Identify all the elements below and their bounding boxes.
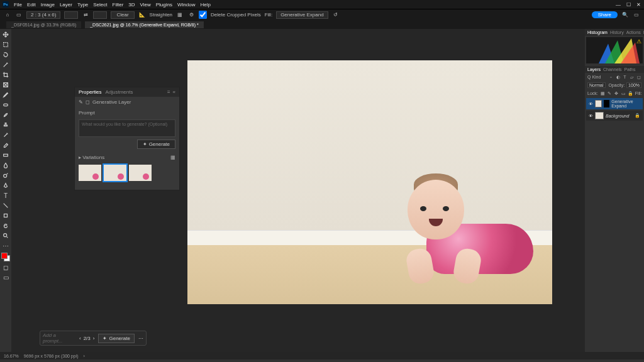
home-icon[interactable]: ⌂ xyxy=(4,11,11,19)
lock-trans-icon[interactable]: ▦ xyxy=(600,90,606,96)
layer-row[interactable]: 👁 Background 🔒 xyxy=(586,111,643,121)
lock-all-icon[interactable]: 🔒 xyxy=(628,90,633,96)
crop-height-field[interactable] xyxy=(93,11,107,19)
overlay-icon[interactable]: ▦ xyxy=(176,11,184,19)
tab-history[interactable]: History xyxy=(610,30,624,35)
edit-toolbar-icon[interactable]: ⋯ xyxy=(1,241,10,250)
tab-channels[interactable]: Channels xyxy=(603,67,622,72)
path-tool-icon[interactable] xyxy=(1,201,10,210)
lock-nest-icon[interactable]: ▭ xyxy=(621,90,626,96)
maximize-icon[interactable]: ☐ xyxy=(625,2,631,8)
next-icon[interactable]: › xyxy=(93,336,95,341)
variation-thumb[interactable] xyxy=(104,165,126,181)
frame-tool-icon[interactable] xyxy=(1,80,10,89)
menu-layer[interactable]: Layer xyxy=(60,2,72,8)
menu-3d[interactable]: 3D xyxy=(128,2,135,8)
zoom-tool-icon[interactable] xyxy=(1,231,10,240)
hand-tool-icon[interactable] xyxy=(1,221,10,230)
prompt-input[interactable]: What would you like to generate? (Option… xyxy=(79,119,175,137)
eyedropper-tool-icon[interactable] xyxy=(1,90,10,99)
share-button[interactable]: Share xyxy=(592,11,618,18)
move-tool-icon[interactable] xyxy=(1,30,10,39)
zoom-level[interactable]: 16.67% xyxy=(4,354,19,358)
menu-type[interactable]: Type xyxy=(77,2,88,8)
marquee-tool-icon[interactable] xyxy=(1,40,10,49)
panel-collapse-icon[interactable]: « xyxy=(173,89,175,95)
healing-tool-icon[interactable] xyxy=(1,101,10,109)
crop-tool-icon[interactable] xyxy=(1,70,10,79)
filter-smart-icon[interactable]: ◻ xyxy=(636,74,641,80)
menu-window[interactable]: Window xyxy=(177,2,195,8)
filter-pixel-icon[interactable]: ▫ xyxy=(608,74,614,80)
menu-select[interactable]: Select xyxy=(93,2,107,8)
kind-filter[interactable]: Q Kind xyxy=(587,75,601,79)
taskbar-generate-button[interactable]: ✦ Generate xyxy=(98,334,134,343)
minimize-icon[interactable]: — xyxy=(615,2,621,8)
tab-properties[interactable]: Properties xyxy=(79,89,101,95)
menu-edit[interactable]: Edit xyxy=(27,2,36,8)
opacity-field[interactable]: 100% xyxy=(626,82,641,88)
generate-button[interactable]: ✦ Generate xyxy=(137,140,175,149)
menu-help[interactable]: Help xyxy=(200,2,210,8)
menu-plugins[interactable]: Plugins xyxy=(156,2,172,8)
clear-button[interactable]: Clear xyxy=(111,11,134,19)
crop-tool-icon[interactable]: ▭ xyxy=(15,11,23,19)
settings-icon[interactable]: ⚙ xyxy=(187,11,195,19)
tab-actions[interactable]: Actions xyxy=(626,30,641,35)
more-icon[interactable]: ⋯ xyxy=(138,336,143,341)
doc-info[interactable]: 9696 px x 5786 px (300 ppi) xyxy=(24,354,79,358)
history-brush-icon[interactable] xyxy=(1,131,10,140)
variations-label[interactable]: ▸ Variations xyxy=(79,155,104,160)
document-canvas[interactable] xyxy=(187,60,552,304)
color-swatch[interactable] xyxy=(1,253,10,261)
document-tab[interactable]: _DSC2621.jpg @ 16.7% (Generative Expand,… xyxy=(85,21,203,28)
lock-icon[interactable]: 🔒 xyxy=(635,113,640,118)
lock-pos-icon[interactable]: ✥ xyxy=(614,90,619,96)
variation-thumb[interactable] xyxy=(79,165,101,181)
menu-filter[interactable]: Filter xyxy=(113,2,124,8)
filter-shape-icon[interactable]: ▱ xyxy=(629,74,635,80)
lasso-tool-icon[interactable] xyxy=(1,50,10,59)
menu-file[interactable]: File xyxy=(14,2,22,8)
lock-paint-icon[interactable]: ✎ xyxy=(607,90,613,96)
tab-histogram[interactable]: Histogram xyxy=(587,30,608,35)
search-icon[interactable]: 🔍 xyxy=(621,11,629,19)
dodge-tool-icon[interactable] xyxy=(1,171,10,180)
layer-name[interactable]: Background xyxy=(606,114,629,118)
stamp-tool-icon[interactable] xyxy=(1,121,10,129)
filter-adjust-icon[interactable]: ◐ xyxy=(615,74,621,80)
fill-dropdown[interactable]: Generative Expand xyxy=(276,11,328,19)
quickmask-icon[interactable]: ◻ xyxy=(1,263,10,272)
ratio-preset[interactable]: 2 : 3 (4 x 6) xyxy=(26,11,60,19)
tab-layers[interactable]: Layers xyxy=(587,67,601,72)
menu-view[interactable]: View xyxy=(140,2,151,8)
straighten-icon[interactable]: 📐 xyxy=(138,11,146,19)
workspace-icon[interactable]: ▭ xyxy=(633,11,640,19)
screenmode-icon[interactable]: ▭ xyxy=(1,273,10,282)
tab-adjustments[interactable]: Adjustments xyxy=(105,89,133,95)
blend-mode-dropdown[interactable]: Normal xyxy=(587,82,606,88)
tab-paths[interactable]: Paths xyxy=(625,67,636,72)
menu-image[interactable]: Image xyxy=(41,2,55,8)
swap-icon[interactable]: ⇄ xyxy=(82,11,89,19)
variation-thumb[interactable] xyxy=(129,165,152,181)
shape-tool-icon[interactable] xyxy=(1,211,10,220)
warning-icon[interactable]: ⚠ xyxy=(636,38,641,45)
delete-cropped-checkbox[interactable] xyxy=(199,11,207,19)
eraser-tool-icon[interactable] xyxy=(1,141,10,150)
gradient-tool-icon[interactable] xyxy=(1,151,10,160)
blur-tool-icon[interactable] xyxy=(1,161,10,170)
close-icon[interactable]: ✕ xyxy=(635,2,641,8)
filter-type-icon[interactable]: T xyxy=(622,74,628,80)
layer-name[interactable]: Generative Expand xyxy=(611,99,640,108)
layer-row[interactable]: 👁 Generative Expand xyxy=(586,98,643,109)
brush-tool-icon[interactable] xyxy=(1,111,10,119)
chevron-right-icon[interactable]: › xyxy=(84,354,85,358)
crop-width-field[interactable] xyxy=(64,11,78,19)
prev-icon[interactable]: ‹ xyxy=(79,336,81,341)
grid-view-icon[interactable]: ▦ xyxy=(170,155,175,160)
reset-icon[interactable]: ↺ xyxy=(332,11,340,19)
wand-tool-icon[interactable] xyxy=(1,60,10,69)
type-tool-icon[interactable]: T xyxy=(1,191,10,200)
layer-mask-thumb[interactable] xyxy=(604,100,609,107)
